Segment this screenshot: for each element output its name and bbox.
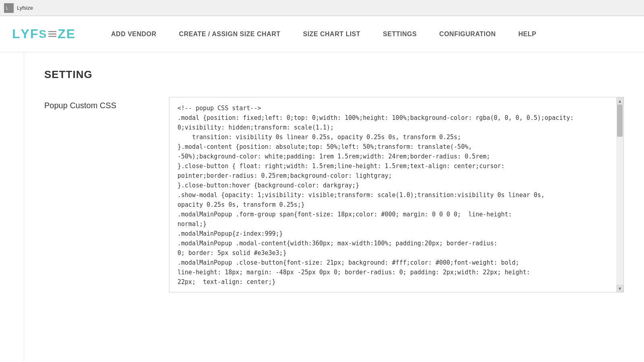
title-bar-text: Lyfsize bbox=[17, 5, 33, 11]
popup-css-label: Popup Custom CSS bbox=[44, 97, 157, 110]
nav-settings[interactable]: SETTINGS bbox=[372, 31, 428, 38]
main-content: SETTING Popup Custom CSS <!-- popup CSS … bbox=[0, 52, 644, 362]
logo-letter-l: L bbox=[12, 27, 21, 41]
nav-links: ADD VENDOR CREATE / ASSIGN SIZE CHART SI… bbox=[100, 31, 632, 38]
scrollbar[interactable]: ▲ ▼ bbox=[616, 97, 623, 292]
nav-configuration[interactable]: CONFIGURATION bbox=[428, 31, 507, 38]
title-bar: L Lyfsize bbox=[0, 0, 644, 16]
scroll-thumb[interactable] bbox=[617, 105, 623, 137]
css-textarea[interactable]: <!-- popup CSS start--> .modal {position… bbox=[169, 97, 623, 290]
content-area: SETTING Popup Custom CSS <!-- popup CSS … bbox=[24, 52, 644, 362]
nav-add-vendor[interactable]: ADD VENDOR bbox=[100, 31, 168, 38]
logo-letter-y: Y bbox=[21, 27, 30, 41]
scroll-down-arrow[interactable]: ▼ bbox=[616, 285, 623, 292]
nav-help[interactable]: HELP bbox=[507, 31, 548, 38]
form-row-popup-css: Popup Custom CSS <!-- popup CSS start-->… bbox=[44, 97, 624, 292]
app-icon: L bbox=[4, 3, 14, 13]
logo-lines-icon bbox=[48, 31, 56, 37]
left-sidebar bbox=[0, 52, 24, 362]
nav-bar: L Y F S Z E ADD VENDOR CREATE / ASSIGN S… bbox=[0, 16, 644, 52]
logo-letter-e: E bbox=[66, 27, 76, 41]
setting-title: SETTING bbox=[44, 68, 624, 81]
css-textarea-container: <!-- popup CSS start--> .modal {position… bbox=[169, 97, 624, 292]
logo-letter-f: F bbox=[30, 27, 39, 41]
scroll-track bbox=[616, 105, 623, 285]
nav-size-chart-list[interactable]: SIZE CHART LIST bbox=[292, 31, 372, 38]
logo-letter-s: S bbox=[39, 28, 47, 41]
scroll-up-arrow[interactable]: ▲ bbox=[616, 97, 623, 105]
logo[interactable]: L Y F S Z E bbox=[12, 27, 76, 41]
nav-create-assign[interactable]: CREATE / ASSIGN SIZE CHART bbox=[168, 31, 292, 38]
logo-letter-z: Z bbox=[58, 27, 66, 41]
svg-text:L: L bbox=[6, 6, 8, 10]
